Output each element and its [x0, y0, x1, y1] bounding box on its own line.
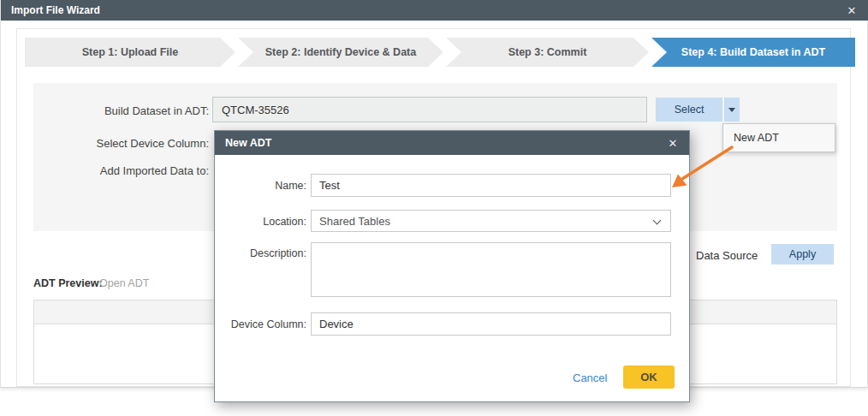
build-dataset-label: Build Dataset in ADT:	[29, 104, 209, 117]
caret-down-icon	[728, 108, 735, 112]
select-button-label: Select	[675, 104, 705, 116]
device-column-field[interactable]	[311, 312, 671, 336]
new-adt-modal: New ADT ✕ Name: Location: Shared Tables …	[214, 130, 690, 402]
new-adt-modal-title: New ADT	[215, 137, 271, 149]
new-adt-modal-header[interactable]: New ADT ✕	[215, 131, 689, 155]
step-4-build-dataset-adt[interactable]: Step 4: Build Dataset in ADT	[651, 38, 855, 67]
name-label: Name:	[215, 180, 306, 192]
select-adt-button[interactable]: Select	[656, 98, 722, 122]
name-field[interactable]	[311, 174, 671, 197]
adt-name-value: QTCM-35526	[222, 104, 289, 116]
cancel-button[interactable]: Cancel	[573, 371, 607, 384]
select-dropdown-button[interactable]	[724, 98, 740, 122]
description-label: Description:	[215, 247, 306, 259]
step-1-upload-file[interactable]: Step 1: Upload File	[25, 38, 235, 67]
step-4-label: Step 4: Build Dataset in ADT	[681, 46, 825, 58]
step-3-commit[interactable]: Step 3: Commit	[446, 38, 649, 67]
adt-name-field[interactable]: QTCM-35526	[212, 97, 647, 122]
location-value: Shared Tables	[319, 215, 390, 228]
close-icon[interactable]: ✕	[841, 0, 862, 21]
wizard-title: Import File Wizard	[1, 4, 100, 16]
select-device-column-label: Select Device Column:	[29, 137, 209, 150]
step-1-label: Step 1: Upload File	[82, 46, 179, 58]
add-imported-data-label: Add Imported Data to:	[29, 164, 209, 177]
data-source-text: Data Source	[696, 249, 758, 262]
apply-button-label: Apply	[789, 248, 816, 260]
new-adt-menu-label: New ADT	[734, 132, 779, 144]
description-field[interactable]	[311, 242, 671, 297]
location-select[interactable]: Shared Tables	[311, 210, 671, 232]
ok-button[interactable]: OK	[623, 365, 675, 389]
menu-item-new-adt[interactable]: New ADT	[722, 123, 835, 152]
wizard-titlebar: Import File Wizard ✕	[1, 0, 868, 21]
chevron-down-icon	[653, 217, 662, 225]
step-2-label: Step 2: Identify Device & Data	[265, 46, 416, 58]
location-label: Location:	[215, 216, 306, 228]
step-2-identify-device-data[interactable]: Step 2: Identify Device & Data	[238, 38, 443, 67]
modal-close-icon[interactable]: ✕	[662, 131, 684, 155]
adt-preview-label: ADT Preview:	[33, 277, 103, 289]
step-3-label: Step 3: Commit	[508, 46, 587, 58]
open-adt-link[interactable]: Open ADT	[99, 277, 149, 289]
device-column-label: Device Column:	[215, 318, 306, 330]
apply-button[interactable]: Apply	[771, 244, 834, 264]
